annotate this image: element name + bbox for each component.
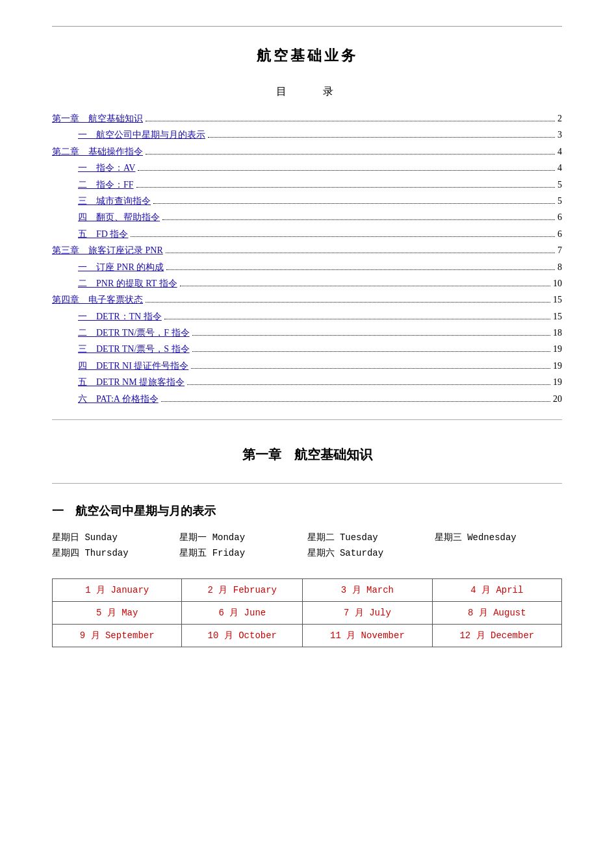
toc-page: 19	[553, 359, 562, 373]
toc-link[interactable]: 四 翻页、帮助指令	[78, 210, 160, 225]
toc-item: 一 订座 PNR 的构成8	[78, 260, 562, 275]
toc-page: 7	[557, 243, 562, 258]
toc-dots	[136, 187, 555, 188]
toc-item: 一 航空公司中星期与月的表示3	[78, 128, 562, 142]
toc-page: 3	[557, 128, 562, 142]
table-cell: 8 月 August	[432, 602, 561, 625]
toc-page: 2	[557, 112, 562, 126]
toc-link[interactable]: 二 指令：FF	[78, 178, 134, 192]
table-cell: 4 月 April	[432, 579, 561, 602]
month-table: 1 月 January2 月 February3 月 March4 月 Apri…	[52, 578, 562, 647]
toc-link[interactable]: 一 航空公司中星期与月的表示	[78, 128, 205, 142]
table-cell: 3 月 March	[303, 579, 432, 602]
toc-title: 目 录	[52, 85, 562, 99]
toc-link[interactable]: 六 PAT:A 价格指令	[78, 392, 159, 406]
toc-item: 第一章 航空基础知识2	[52, 112, 562, 126]
toc-item: 四 DETR NI 提证件号指令19	[78, 359, 562, 373]
weekday-item: 星期五 Friday	[179, 547, 307, 559]
toc-page: 19	[553, 375, 562, 390]
toc-link[interactable]: 一 订座 PNR 的构成	[78, 260, 164, 275]
toc-dots	[161, 401, 550, 402]
toc-page: 6	[557, 227, 562, 242]
table-row: 1 月 January2 月 February3 月 March4 月 Apri…	[53, 579, 562, 602]
toc-item: 六 PAT:A 价格指令20	[78, 392, 562, 406]
weekday-item: 星期日 Sunday	[52, 532, 179, 543]
table-cell: 11 月 November	[303, 625, 432, 647]
section-divider	[52, 419, 562, 420]
table-cell: 9 月 September	[53, 625, 182, 647]
table-cell: 6 月 June	[182, 602, 303, 625]
toc-item: 一 指令：AV4	[78, 161, 562, 175]
toc-page: 8	[557, 260, 562, 275]
toc-page: 4	[557, 161, 562, 175]
toc-page: 4	[557, 145, 562, 159]
table-cell: 12 月 December	[432, 625, 561, 647]
toc-dots	[180, 286, 550, 286]
toc-item: 四 翻页、帮助指令6	[78, 210, 562, 225]
weekday-item: 星期三 Wednesday	[435, 532, 562, 543]
weekday-item: 星期四 Thursday	[52, 547, 179, 559]
toc-link[interactable]: 一 指令：AV	[78, 161, 135, 175]
toc-link[interactable]: 一 DETR：TN 指令	[78, 310, 162, 324]
toc-page: 5	[557, 194, 562, 208]
toc-dots	[166, 253, 555, 253]
table-cell: 7 月 July	[303, 602, 432, 625]
toc-dots	[146, 154, 555, 155]
toc-item: 五 FD 指令6	[78, 227, 562, 242]
toc-item: 五 DETR NM 提旅客指令19	[78, 375, 562, 390]
section-divider2	[52, 483, 562, 484]
table-row: 9 月 September10 月 October11 月 November12…	[53, 625, 562, 647]
toc-page: 5	[557, 178, 562, 192]
toc-dots	[208, 137, 555, 138]
toc-item: 第三章 旅客订座记录 PNR7	[52, 243, 562, 258]
toc-page: 19	[553, 342, 562, 356]
toc-page: 15	[553, 310, 562, 324]
toc-link[interactable]: 第四章 电子客票状态	[52, 293, 143, 307]
toc-link[interactable]: 五 FD 指令	[78, 227, 128, 242]
toc-item: 第二章 基础操作指令4	[52, 145, 562, 159]
toc-dots	[146, 302, 550, 303]
weekday-item: 星期一 Monday	[179, 532, 307, 543]
toc-dots	[138, 170, 555, 171]
table-cell: 1 月 January	[53, 579, 182, 602]
toc-page: 10	[553, 277, 562, 291]
toc-link[interactable]: 二 DETR TN/票号，F 指令	[78, 326, 190, 340]
toc-dots	[153, 203, 555, 204]
top-border	[52, 26, 562, 27]
toc-link[interactable]: 第三章 旅客订座记录 PNR	[52, 243, 163, 258]
toc-link[interactable]: 三 城市查询指令	[78, 194, 151, 208]
toc-link[interactable]: 四 DETR NI 提证件号指令	[78, 359, 188, 373]
toc-link[interactable]: 二 PNR 的提取 RT 指令	[78, 277, 177, 291]
table-cell: 5 月 May	[53, 602, 182, 625]
toc-item: 二 PNR 的提取 RT 指令10	[78, 277, 562, 291]
chapter1-title: 第一章 航空基础知识	[52, 446, 562, 464]
weekday-item: 星期二 Tuesday	[307, 532, 435, 543]
table-row: 5 月 May6 月 June7 月 July8 月 August	[53, 602, 562, 625]
toc-link[interactable]: 第一章 航空基础知识	[52, 112, 143, 126]
toc-page: 18	[553, 326, 562, 340]
toc-dots	[187, 384, 550, 385]
toc-page: 6	[557, 210, 562, 225]
toc-dots	[192, 335, 550, 336]
toc-item: 二 DETR TN/票号，F 指令18	[78, 326, 562, 340]
toc-container: 第一章 航空基础知识2一 航空公司中星期与月的表示3第二章 基础操作指令4一 指…	[52, 112, 562, 406]
toc-dots	[191, 368, 550, 369]
toc-item: 一 DETR：TN 指令15	[78, 310, 562, 324]
toc-item: 第四章 电子客票状态15	[52, 293, 562, 307]
toc-link[interactable]: 第二章 基础操作指令	[52, 145, 143, 159]
toc-dots	[164, 319, 550, 319]
table-cell: 10 月 October	[182, 625, 303, 647]
toc-item: 二 指令：FF5	[78, 178, 562, 192]
toc-dots	[162, 219, 555, 220]
toc-dots	[166, 269, 555, 270]
main-title: 航空基础业务	[52, 46, 562, 66]
weekday-grid: 星期日 Sunday星期一 Monday星期二 Tuesday星期三 Wedne…	[52, 532, 562, 559]
toc-dots	[192, 351, 550, 352]
toc-link[interactable]: 五 DETR NM 提旅客指令	[78, 375, 185, 390]
table-cell: 2 月 February	[182, 579, 303, 602]
toc-item: 三 城市查询指令5	[78, 194, 562, 208]
toc-dots	[146, 121, 555, 121]
toc-page: 20	[553, 392, 562, 406]
toc-item: 三 DETR TN/票号，S 指令19	[78, 342, 562, 356]
toc-link[interactable]: 三 DETR TN/票号，S 指令	[78, 342, 190, 356]
